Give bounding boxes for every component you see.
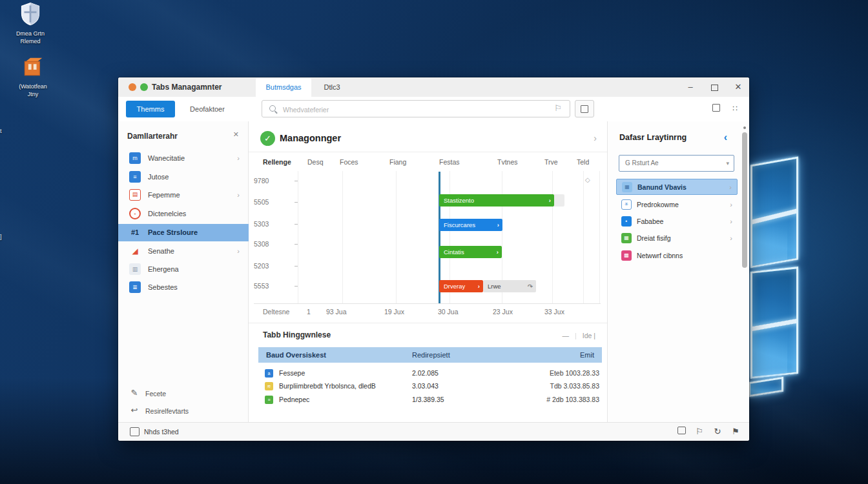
tick xyxy=(294,286,298,287)
divider xyxy=(249,152,607,152)
sidebar-item-3[interactable]: - Dictenelcies xyxy=(118,205,249,223)
gantt-row-label: 5303 xyxy=(254,220,283,228)
gridline xyxy=(342,171,343,303)
axis-label: Deltesne xyxy=(263,308,289,316)
right-panel-item-label: Predrokowme xyxy=(637,197,679,213)
sidebar-item-0[interactable]: m Wanecitatie xyxy=(118,150,249,167)
gridline xyxy=(396,171,397,303)
sidebar-close-icon[interactable]: ✕ xyxy=(233,130,239,139)
sidebar-item-5[interactable]: ◢ Senathe xyxy=(118,243,249,260)
close-button[interactable]: ✕ xyxy=(730,77,747,97)
app-window: Tabs Managamnter Butmsdgas Dtlc3 – ✕ The… xyxy=(118,77,749,441)
sidebar-item-1[interactable]: ≡ Jutose xyxy=(118,168,249,186)
gantt-bar-3[interactable]: Drveray xyxy=(439,280,483,292)
sidebar-item-label: Senathe xyxy=(148,243,174,260)
sidebar-item-2[interactable]: ▤ Fepemme xyxy=(118,187,249,204)
scroll-dot xyxy=(743,126,746,129)
chevron-right-icon[interactable] xyxy=(594,131,597,146)
gantt-bar-label: Drveray xyxy=(444,283,465,290)
history-icon[interactable]: ↻ xyxy=(711,423,724,441)
tick xyxy=(294,202,298,203)
axis-label: 23 Jux xyxy=(493,308,513,316)
sidebar-item-6[interactable]: ▥ Ehergena xyxy=(118,261,249,278)
search-input[interactable] xyxy=(282,101,542,117)
layout-icon[interactable] xyxy=(711,104,721,114)
file-icon: a xyxy=(265,369,273,378)
right-panel-item-2[interactable]: ▪ Fababee xyxy=(616,214,738,230)
tick xyxy=(294,266,298,267)
gantt-bar-0[interactable]: Stastizento xyxy=(439,194,554,207)
gantt-row-label: 5505 xyxy=(254,198,283,206)
maximize-icon xyxy=(711,85,718,91)
sidebar-item-7[interactable]: ≣ Sebestes xyxy=(118,279,249,296)
battery-icon: ▥ xyxy=(129,263,141,275)
search-box[interactable]: ⚐ xyxy=(262,100,570,117)
sidebar-item-label: Dictenelcies xyxy=(148,205,186,223)
network-icon: ▩ xyxy=(621,250,632,261)
main-title: Managonnger xyxy=(280,131,341,146)
status-label: Nhds t3hed xyxy=(144,423,179,441)
table-row[interactable]: ≡ Pednepec 1/3.389.35 # 2db 103.383.83 xyxy=(258,393,602,406)
flag-icon[interactable]: ⚐ xyxy=(554,103,562,113)
tab-second[interactable]: Dtlc3 xyxy=(314,78,350,97)
primary-button[interactable]: Themms xyxy=(126,101,175,117)
scrollbar-thumb[interactable] xyxy=(742,132,747,268)
flag-cut-icon[interactable]: ⚑ xyxy=(729,423,742,441)
right-panel-search[interactable]: G Rsturt Ae ▾ xyxy=(619,155,734,172)
gantt-row-label: 9780 xyxy=(254,177,283,185)
tab-first[interactable]: Butmsdgas xyxy=(256,78,311,97)
table-row[interactable]: ≋ Burpliimbrebdt Yrbolsnca, dledB 3.03.0… xyxy=(258,379,602,392)
table-cell-date: Eteb 1003.28.33 xyxy=(550,367,599,379)
gantt-bar-1[interactable]: Fiscurcares xyxy=(439,219,502,231)
panel-edit-icon[interactable] xyxy=(675,423,688,441)
tab-label: Dtlc3 xyxy=(324,83,340,91)
collapse-left-icon[interactable] xyxy=(724,132,727,143)
check-circle-icon: ✓ xyxy=(260,131,275,146)
desktop: Dmea Grtn Rlemed (Watotfean Jtny t ] Tab… xyxy=(0,0,868,484)
right-panel-item-0-selected[interactable]: ▦ Banund Vbavis xyxy=(616,179,738,195)
gantt-row-label: 5308 xyxy=(254,240,283,248)
right-panel-item-label: Netwwrf cibnns xyxy=(637,248,683,264)
gantt-bar-4[interactable]: Lrwe↷ xyxy=(483,280,536,292)
axis-label: 19 Jux xyxy=(384,308,404,316)
collapse-dash-icon[interactable]: — xyxy=(562,332,569,339)
gantt-bar-label: Fiscurcares xyxy=(444,221,475,228)
right-panel-item-3[interactable]: ▦ Dreiat fisifg xyxy=(616,230,738,247)
minimize-button[interactable]: – xyxy=(682,77,699,97)
right-panel-search-value: G Rsturt Ae xyxy=(625,156,659,171)
gantt-bar-2[interactable]: Cintatis xyxy=(439,246,502,258)
gridline xyxy=(552,171,553,303)
right-panel-item-1[interactable]: ✳ Predrokowme xyxy=(616,197,738,213)
tick xyxy=(294,244,298,245)
tick xyxy=(294,181,298,181)
flag-icon[interactable]: ⚐ xyxy=(693,423,706,441)
sidebar-item-4-selected[interactable]: #1 Pace Strsloure xyxy=(118,224,249,241)
axis-label: 1 xyxy=(307,308,311,316)
gridline xyxy=(583,171,584,303)
app-tile-icon: m xyxy=(129,152,141,164)
secondary-button[interactable]: Deofaktoer xyxy=(183,101,232,117)
caret-down-icon: ▾ xyxy=(726,156,729,171)
maximize-button[interactable] xyxy=(706,77,723,97)
milestone-icon: ◇ xyxy=(585,176,590,183)
table-cell-name: Pednepec xyxy=(279,393,309,406)
table-cell-date: # 2db 103.383.83 xyxy=(546,393,599,406)
panel-toggle-button[interactable] xyxy=(575,100,594,117)
gantt-row-label: 5553 xyxy=(254,282,283,290)
gantt-col-header: Teld xyxy=(577,158,589,166)
bars-icon: ≣ xyxy=(129,281,141,293)
sidebar: Damllarterahr ✕ m Wanecitatie ≡ Jutose ▤… xyxy=(118,121,249,423)
table-row[interactable]: a Fessepe 2.02.085 Eteb 1003.28.33 xyxy=(258,367,602,379)
gantt-bar-label: Stastizento xyxy=(444,197,474,204)
right-panel-item-4[interactable]: ▩ Netwwrf cibnns xyxy=(616,248,738,264)
sidebar-footer-0[interactable]: ✎ Fecete xyxy=(118,385,249,402)
file-icon: ≡ xyxy=(265,396,273,404)
right-panel-header: Dafasr Lraytinrng xyxy=(619,133,687,142)
axis-label: 30 Jua xyxy=(438,308,459,316)
table-tool-label[interactable]: Ide | xyxy=(583,332,595,339)
gantt-col-header: Tvtnes xyxy=(497,158,518,166)
redo-arrow-icon: ↷ xyxy=(528,280,533,292)
sidebar-footer-1[interactable]: ↩ Resirelfevtarts xyxy=(118,403,249,419)
settings-dots-icon[interactable]: ∷ xyxy=(730,104,740,114)
table-header-cell: Redirepsiett xyxy=(412,347,450,363)
